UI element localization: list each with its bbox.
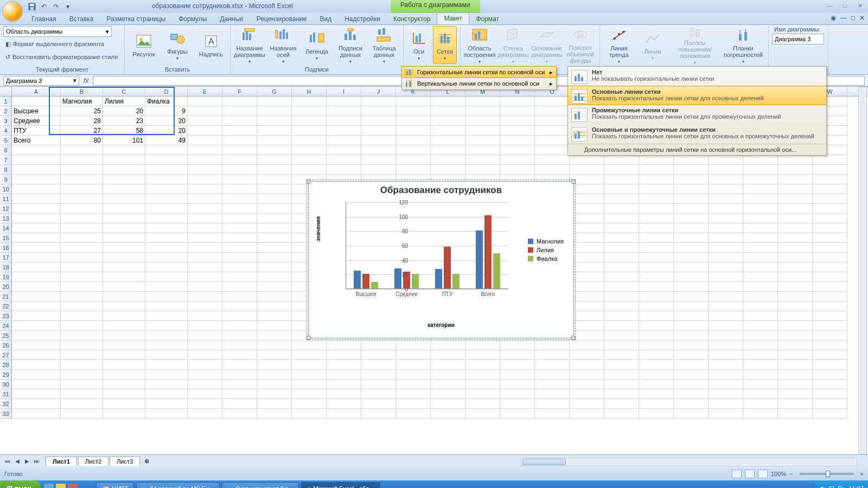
- cell[interactable]: 25: [61, 106, 103, 116]
- cell[interactable]: [604, 243, 639, 253]
- cell[interactable]: [709, 282, 743, 292]
- row-header[interactable]: 20: [0, 282, 12, 292]
- cell[interactable]: [361, 370, 396, 380]
- cell[interactable]: [257, 282, 292, 292]
- data-labels-button[interactable]: Подписи данных▾: [335, 26, 366, 64]
- cell[interactable]: [327, 165, 361, 175]
- cell[interactable]: [361, 155, 396, 165]
- cell[interactable]: [188, 331, 222, 341]
- cell[interactable]: [743, 223, 778, 233]
- column-header[interactable]: I: [327, 87, 361, 96]
- cell[interactable]: [674, 370, 709, 380]
- chart-legend[interactable]: МагнолияЛилияФиалка: [528, 236, 564, 264]
- format-selection-button[interactable]: ◧Формат выделенного фрагмента: [3, 38, 106, 50]
- chart-title-text[interactable]: Образование сотрудников: [309, 185, 573, 196]
- cell[interactable]: [222, 292, 257, 301]
- cell[interactable]: [465, 97, 500, 106]
- chart-bar[interactable]: [493, 253, 500, 288]
- cell[interactable]: [188, 272, 222, 282]
- cell[interactable]: [327, 360, 361, 370]
- cell[interactable]: [103, 409, 145, 419]
- cell[interactable]: [188, 233, 222, 243]
- cell[interactable]: [257, 360, 292, 370]
- cell[interactable]: [639, 155, 674, 165]
- cell[interactable]: [604, 301, 639, 311]
- cell[interactable]: [145, 380, 188, 389]
- close-doc-icon[interactable]: ✕: [859, 14, 865, 22]
- cell[interactable]: [12, 262, 61, 272]
- cell[interactable]: [257, 126, 292, 136]
- cell[interactable]: [709, 253, 743, 262]
- cell[interactable]: [743, 184, 778, 194]
- cell[interactable]: [743, 360, 778, 370]
- cell[interactable]: [778, 272, 813, 282]
- cell[interactable]: [222, 184, 257, 194]
- cell[interactable]: [743, 262, 778, 272]
- cell[interactable]: [500, 106, 535, 116]
- cell[interactable]: [188, 243, 222, 253]
- cell[interactable]: [743, 341, 778, 350]
- cell[interactable]: [709, 321, 743, 331]
- tab-design[interactable]: Конструктор: [387, 14, 437, 24]
- cell[interactable]: [188, 389, 222, 399]
- cell[interactable]: [743, 321, 778, 331]
- cell[interactable]: [570, 341, 604, 350]
- menu-gridlines-both[interactable]: Основные и промежуточные линии сеткиПока…: [568, 124, 826, 144]
- cell[interactable]: [813, 282, 847, 292]
- cell[interactable]: [12, 214, 61, 223]
- cell[interactable]: [12, 409, 61, 419]
- cell[interactable]: [431, 399, 465, 409]
- row-header[interactable]: 31: [0, 389, 12, 399]
- cell[interactable]: [674, 380, 709, 389]
- cell[interactable]: [500, 165, 535, 175]
- cell[interactable]: [61, 155, 103, 165]
- save-icon[interactable]: [27, 2, 37, 11]
- cell[interactable]: [327, 350, 361, 360]
- textbox-button[interactable]: AНадпись: [195, 26, 227, 64]
- gridlines-button[interactable]: Сетка▾: [433, 26, 457, 64]
- cell[interactable]: [674, 301, 709, 311]
- cell[interactable]: [292, 370, 327, 380]
- cell[interactable]: [61, 389, 103, 399]
- cell[interactable]: [361, 341, 396, 350]
- cell[interactable]: [709, 165, 743, 175]
- cell[interactable]: [709, 292, 743, 301]
- cell[interactable]: [743, 155, 778, 165]
- cell[interactable]: [465, 106, 500, 116]
- cell[interactable]: [709, 360, 743, 370]
- clock[interactable]: 11:07: [848, 485, 864, 488]
- cell[interactable]: [145, 360, 188, 370]
- cell[interactable]: [604, 409, 639, 419]
- cell[interactable]: [431, 145, 465, 155]
- cell[interactable]: [222, 321, 257, 331]
- cell[interactable]: [61, 341, 103, 350]
- cell[interactable]: [257, 97, 292, 106]
- cell[interactable]: [103, 399, 145, 409]
- chart-bar[interactable]: [476, 230, 483, 288]
- cell[interactable]: [292, 136, 327, 145]
- cell[interactable]: [813, 341, 847, 350]
- cell[interactable]: [743, 399, 778, 409]
- cell[interactable]: [222, 409, 257, 419]
- cell[interactable]: [257, 155, 292, 165]
- data-table-button[interactable]: Таблица данных▾: [368, 26, 400, 64]
- cell[interactable]: [222, 243, 257, 253]
- cell[interactable]: [103, 360, 145, 370]
- cell[interactable]: [500, 97, 535, 106]
- quick-launch-icon[interactable]: [56, 484, 66, 488]
- cell[interactable]: [431, 116, 465, 126]
- cell[interactable]: [12, 165, 61, 175]
- x-axis-label[interactable]: категории: [309, 322, 573, 328]
- cell[interactable]: [396, 145, 431, 155]
- cell[interactable]: [145, 409, 188, 419]
- cell[interactable]: [145, 155, 188, 165]
- cell[interactable]: [674, 175, 709, 184]
- cell[interactable]: [103, 321, 145, 331]
- trendline-button[interactable]: Линия тренда▾: [603, 26, 635, 64]
- view-page-layout-button[interactable]: [745, 470, 755, 478]
- cell[interactable]: 101: [103, 136, 145, 145]
- cell[interactable]: [813, 253, 847, 262]
- row-header[interactable]: 26: [0, 341, 12, 350]
- column-header[interactable]: E: [188, 87, 222, 96]
- sheet-tab-2[interactable]: Лист2: [78, 457, 108, 466]
